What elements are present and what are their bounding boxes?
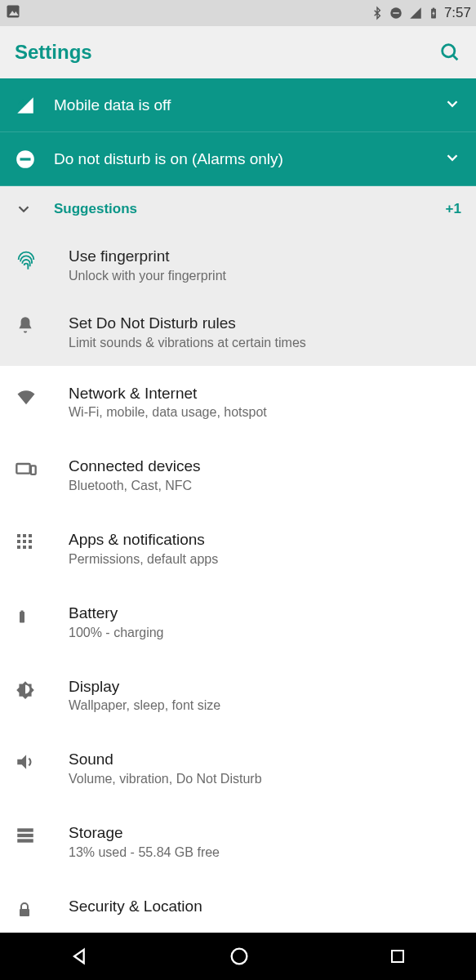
chevron-down-icon	[443, 149, 461, 170]
suggestions-header[interactable]: Suggestions +1	[0, 186, 476, 232]
chevron-down-icon	[443, 95, 461, 116]
setting-title: Sound	[69, 750, 461, 769]
suggestion-fingerprint[interactable]: Use fingerprint Unlock with your fingerp…	[0, 232, 476, 299]
status-clock: 7:57	[444, 5, 471, 21]
setting-connected-devices[interactable]: Connected devices Bluetooth, Cast, NFC	[0, 439, 476, 512]
svg-rect-16	[31, 466, 36, 475]
setting-title: Connected devices	[69, 457, 461, 476]
svg-rect-25	[29, 546, 32, 549]
svg-rect-24	[23, 546, 26, 549]
svg-rect-26	[20, 612, 24, 623]
image-notification-icon	[5, 3, 21, 23]
storage-icon	[15, 823, 69, 846]
brightness-icon	[15, 677, 69, 700]
svg-marker-28	[17, 755, 26, 769]
app-bar: Settings	[0, 26, 476, 78]
setting-battery[interactable]: Battery 100% - charging	[0, 586, 476, 659]
suggestion-title: Use fingerprint	[69, 247, 461, 266]
suggestion-subtitle: Limit sounds & vibrations at certain tim…	[69, 335, 461, 351]
suggestion-subtitle: Unlock with your fingerprint	[69, 268, 461, 284]
setting-subtitle: Permissions, default apps	[69, 551, 461, 568]
nav-back-button[interactable]	[69, 945, 91, 968]
setting-sound[interactable]: Sound Volume, vibration, Do Not Disturb	[0, 732, 476, 805]
battery-charging-icon	[428, 5, 439, 21]
svg-rect-32	[20, 909, 29, 916]
svg-line-9	[453, 56, 458, 60]
setting-subtitle: 100% - charging	[69, 625, 461, 641]
apps-grid-icon	[15, 530, 69, 551]
svg-rect-30	[17, 834, 33, 837]
svg-rect-21	[23, 540, 26, 543]
setting-title: Battery	[69, 604, 461, 623]
nav-home-button[interactable]	[228, 945, 251, 968]
page-title: Settings	[15, 41, 92, 64]
battery-icon	[15, 604, 69, 628]
svg-rect-14	[20, 158, 31, 160]
fingerprint-icon	[15, 247, 69, 271]
suggestion-title: Set Do Not Disturb rules	[69, 314, 461, 333]
dnd-status-icon	[389, 6, 403, 20]
setting-title: Security & Location	[69, 897, 461, 916]
svg-point-8	[443, 45, 455, 57]
bluetooth-icon	[371, 5, 384, 21]
setting-title: Apps & notifications	[69, 530, 461, 550]
svg-rect-23	[17, 546, 20, 549]
svg-rect-0	[7, 6, 20, 18]
svg-rect-17	[17, 534, 20, 537]
bell-icon	[15, 314, 69, 336]
cell-signal-icon	[408, 6, 423, 20]
suggestions-section: Suggestions +1 Use fingerprint Unlock wi…	[0, 186, 476, 366]
svg-rect-27	[21, 610, 24, 612]
svg-rect-20	[17, 540, 20, 543]
setting-subtitle: Bluetooth, Cast, NFC	[69, 478, 461, 494]
suggestions-label: Suggestions	[54, 201, 446, 217]
svg-point-34	[232, 949, 247, 964]
svg-rect-22	[29, 540, 32, 543]
volume-icon	[15, 750, 69, 773]
nav-recent-button[interactable]	[388, 947, 407, 966]
svg-rect-6	[433, 8, 434, 10]
setting-subtitle: Volume, vibration, Do Not Disturb	[69, 771, 461, 787]
svg-rect-31	[17, 839, 33, 842]
banner-text: Mobile data is off	[54, 96, 443, 114]
setting-security-location[interactable]: Security & Location	[0, 879, 476, 924]
svg-rect-35	[392, 951, 403, 962]
banner-dnd-on[interactable]: Do not disturb is on (Alarms only)	[0, 132, 476, 186]
svg-rect-3	[393, 12, 399, 14]
chevron-down-icon	[15, 200, 54, 218]
dnd-icon	[15, 149, 54, 170]
setting-title: Network & Internet	[69, 384, 461, 403]
no-signal-icon	[15, 95, 54, 116]
settings-list: Network & Internet Wi-Fi, mobile, data u…	[0, 366, 476, 933]
setting-subtitle: 13% used - 55.84 GB free	[69, 844, 461, 861]
setting-display[interactable]: Display Wallpaper, sleep, font size	[0, 659, 476, 733]
devices-icon	[15, 457, 69, 481]
svg-rect-15	[16, 464, 29, 474]
setting-title: Storage	[69, 823, 461, 843]
svg-rect-29	[17, 828, 33, 831]
svg-marker-4	[410, 7, 421, 19]
suggestion-dnd-rules[interactable]: Set Do Not Disturb rules Limit sounds & …	[0, 299, 476, 366]
setting-subtitle: Wallpaper, sleep, font size	[69, 697, 461, 714]
banner-mobile-data-off[interactable]: Mobile data is off	[0, 78, 476, 132]
setting-apps-notifications[interactable]: Apps & notifications Permissions, defaul…	[0, 512, 476, 586]
setting-subtitle: Wi-Fi, mobile, data usage, hotspot	[69, 404, 461, 421]
setting-storage[interactable]: Storage 13% used - 55.84 GB free	[0, 805, 476, 879]
status-bar: 7:57	[0, 0, 476, 26]
search-button[interactable]	[438, 41, 461, 64]
svg-marker-33	[74, 950, 84, 963]
svg-rect-18	[23, 534, 26, 537]
setting-title: Display	[69, 677, 461, 697]
svg-rect-19	[29, 534, 32, 537]
wifi-icon	[15, 384, 69, 408]
suggestions-more-count: +1	[446, 201, 461, 217]
lock-icon	[15, 897, 69, 921]
setting-network-internet[interactable]: Network & Internet Wi-Fi, mobile, data u…	[0, 366, 476, 439]
navigation-bar	[0, 933, 476, 980]
banner-text: Do not disturb is on (Alarms only)	[54, 150, 443, 168]
